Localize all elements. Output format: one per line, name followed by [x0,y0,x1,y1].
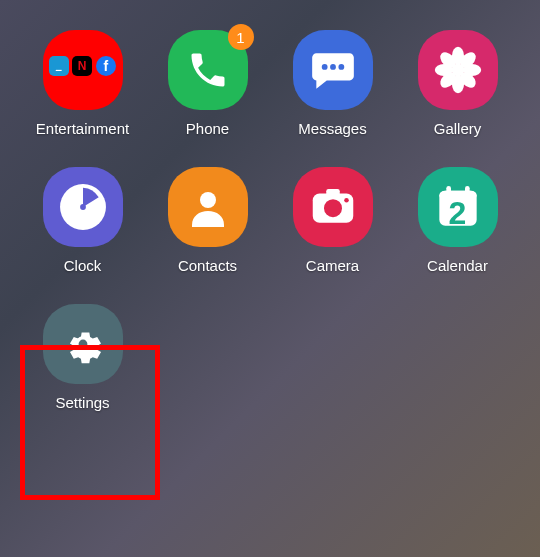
phone-icon: 1 [168,30,248,110]
calendar-day: 2 [449,195,467,232]
app-clock[interactable]: Clock [30,167,135,274]
svg-point-23 [78,340,87,349]
app-settings[interactable]: Settings [30,304,135,411]
app-calendar[interactable]: 2 Calendar [405,167,510,274]
app-messages[interactable]: Messages [280,30,385,137]
app-label: Settings [55,394,109,411]
app-label: Messages [298,120,366,137]
svg-point-13 [80,204,86,210]
folder-app-3: f [96,56,116,76]
app-label: Contacts [178,257,237,274]
folder-contents: ⎯ N f [43,50,123,90]
app-label: Phone [186,120,229,137]
svg-point-1 [330,64,336,70]
svg-rect-16 [326,189,340,196]
notification-badge: 1 [228,24,254,50]
clock-icon [43,167,123,247]
camera-icon [293,167,373,247]
app-gallery[interactable]: Gallery [405,30,510,137]
svg-point-2 [338,64,344,70]
gallery-icon [418,30,498,110]
app-camera[interactable]: Camera [280,167,385,274]
calendar-icon: 2 [418,167,498,247]
app-phone[interactable]: 1 Phone [155,30,260,137]
svg-rect-21 [446,186,451,195]
gear-icon [43,304,123,384]
folder-app-1: ⎯ [49,56,69,76]
app-grid: ⎯ N f Entertainment 1 Phone Messages Gal… [0,0,540,431]
svg-point-17 [324,199,342,217]
svg-point-18 [344,198,349,203]
messages-icon [293,30,373,110]
svg-point-0 [321,64,327,70]
app-label: Calendar [427,257,488,274]
app-label: Clock [64,257,102,274]
folder-icon: ⎯ N f [43,30,123,110]
app-label: Entertainment [36,120,129,137]
app-label: Gallery [434,120,482,137]
app-entertainment[interactable]: ⎯ N f Entertainment [30,30,135,137]
svg-point-14 [200,192,216,208]
contacts-icon [168,167,248,247]
folder-app-2: N [72,56,92,76]
app-label: Camera [306,257,359,274]
svg-rect-22 [465,186,470,195]
app-contacts[interactable]: Contacts [155,167,260,274]
